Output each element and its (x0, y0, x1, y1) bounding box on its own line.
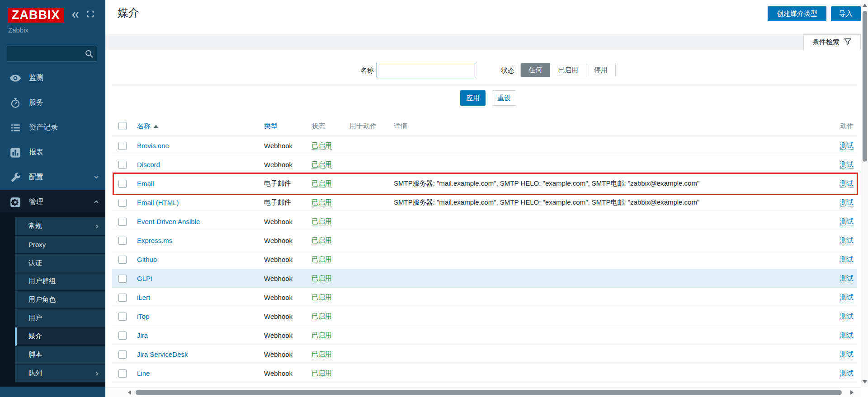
media-type-name-link[interactable]: iTop (137, 313, 150, 320)
sort-ascending-icon (154, 125, 158, 128)
submenu-item-authentication[interactable]: 认证 (15, 254, 105, 272)
sidebar-item-services[interactable]: 服务 (0, 90, 105, 115)
row-checkbox[interactable] (118, 142, 127, 150)
test-link[interactable]: 测试 (840, 274, 854, 282)
row-checkbox[interactable] (118, 313, 127, 321)
import-button[interactable]: 导入 (831, 6, 861, 21)
status-enabled-link[interactable]: 已启用 (311, 198, 332, 206)
test-link[interactable]: 测试 (840, 369, 854, 377)
media-type-name-link[interactable]: Jira (137, 332, 148, 339)
row-checkbox[interactable] (118, 199, 127, 207)
submenu-item-label: 用户角色 (28, 295, 56, 304)
status-option-disabled[interactable]: 停用 (586, 63, 615, 77)
test-link[interactable]: 测试 (840, 331, 854, 339)
submenu-item-user-groups[interactable]: 用户群组 (15, 272, 105, 291)
name-filter-input[interactable] (377, 63, 475, 77)
test-link[interactable]: 测试 (840, 179, 854, 187)
sidebar-item-label: 监测 (29, 73, 43, 83)
horizontal-scrollbar-thumb[interactable] (136, 390, 842, 395)
row-checkbox[interactable] (118, 350, 127, 359)
test-link[interactable]: 测试 (840, 350, 854, 358)
column-header-type[interactable]: 类型 (264, 122, 278, 130)
media-type-name-link[interactable]: Brevis.one (137, 142, 169, 149)
table-row: Email电子邮件已启用SMTP服务器: "mail.example.com",… (112, 174, 857, 193)
create-media-type-button[interactable]: 创建媒介类型 (768, 6, 826, 21)
media-type-name-link[interactable]: Discord (137, 161, 160, 168)
row-checkbox[interactable] (118, 218, 127, 226)
sidebar-item-administration[interactable]: 管理 (0, 190, 105, 215)
row-checkbox[interactable] (118, 294, 127, 302)
scroll-right-arrow[interactable] (850, 390, 854, 395)
status-enabled-link[interactable]: 已启用 (311, 160, 332, 168)
status-enabled-link[interactable]: 已启用 (311, 331, 332, 339)
search-input[interactable] (7, 46, 97, 61)
test-link-cell: 测试 (823, 160, 857, 169)
column-header-name[interactable]: 名称 (137, 122, 151, 130)
test-link[interactable]: 测试 (840, 255, 854, 263)
sidebar-collapse-icon[interactable] (71, 10, 80, 22)
status-option-enabled[interactable]: 已启用 (550, 63, 586, 77)
sidebar-item-inventory[interactable]: 资产记录 (0, 115, 105, 140)
table-row: Jira ServiceDeskWebhook已启用测试 (112, 345, 857, 364)
test-link[interactable]: 测试 (840, 312, 854, 320)
reset-button[interactable]: 重设 (492, 90, 516, 106)
table-row: iTopWebhook已启用测试 (112, 307, 857, 326)
test-link[interactable]: 测试 (840, 217, 854, 225)
row-checkbox[interactable] (118, 275, 127, 283)
row-checkbox[interactable] (118, 237, 127, 245)
row-checkbox[interactable] (118, 161, 127, 169)
test-link[interactable]: 测试 (840, 160, 854, 168)
media-type-name-link[interactable]: Github (137, 256, 157, 263)
scroll-up-arrow[interactable] (863, 4, 867, 7)
media-type-name-link-cell: Brevis.one (137, 142, 264, 149)
status-enabled-link[interactable]: 已启用 (311, 293, 332, 301)
status-option-any[interactable]: 任何 (521, 63, 550, 77)
media-type-name-link[interactable]: Express.ms (137, 237, 172, 244)
submenu-item-users[interactable]: 用户 (15, 309, 105, 327)
submenu-item-proxy[interactable]: Proxy (15, 236, 105, 254)
scroll-down-arrow[interactable] (863, 380, 867, 383)
row-checkbox[interactable] (118, 180, 127, 188)
name-filter-label: 名称 (360, 66, 374, 75)
test-link[interactable]: 测试 (840, 236, 854, 244)
sidebar-pin-icon[interactable] (86, 10, 94, 20)
submenu-item-user-roles[interactable]: 用户角色 (15, 291, 105, 309)
status-enabled-link[interactable]: 已启用 (311, 255, 332, 263)
submenu-item-queue[interactable]: 队列 (15, 364, 105, 383)
media-type-name-link[interactable]: Jira ServiceDesk (137, 350, 188, 358)
submenu-item-scripts[interactable]: 脚本 (15, 346, 105, 364)
sidebar-item-reports[interactable]: 报表 (0, 140, 105, 165)
row-checkbox[interactable] (118, 369, 127, 378)
apply-button[interactable]: 应用 (460, 90, 486, 106)
select-all-checkbox[interactable] (118, 122, 127, 130)
status-enabled-link[interactable]: 已启用 (311, 350, 332, 358)
sidebar-item-configuration[interactable]: 配置 (0, 165, 105, 190)
scroll-left-arrow[interactable] (128, 390, 131, 395)
test-link[interactable]: 测试 (840, 293, 854, 301)
status-enabled-link[interactable]: 已启用 (311, 236, 332, 244)
status-enabled-link[interactable]: 已启用 (311, 217, 332, 225)
status-enabled-link[interactable]: 已启用 (311, 369, 332, 377)
submenu-item-media-types[interactable]: 媒介 (15, 327, 105, 346)
media-type-name-link[interactable]: Email (HTML) (137, 199, 179, 206)
media-type-name-link[interactable]: Email (137, 180, 154, 187)
filter-tab[interactable]: 条件检索 (803, 34, 861, 50)
test-link[interactable]: 测试 (840, 198, 854, 206)
row-checkbox[interactable] (118, 332, 127, 340)
media-type-name-link[interactable]: iLert (137, 294, 150, 301)
media-type-name-link[interactable]: Event-Driven Ansible (137, 218, 200, 225)
status-enabled-link[interactable]: 已启用 (311, 141, 332, 149)
status-enabled-link[interactable]: 已启用 (311, 312, 332, 320)
sidebar-item-monitoring[interactable]: 监测 (0, 65, 105, 90)
vertical-scrollbar[interactable] (861, 0, 868, 387)
row-checkbox[interactable] (118, 256, 127, 264)
media-type-name-link[interactable]: Line (137, 369, 150, 377)
media-type-name-link[interactable]: GLPi (137, 275, 152, 282)
submenu-item-general[interactable]: 常规 (15, 217, 105, 236)
media-type-type: 电子邮件 (264, 198, 311, 207)
status-enabled-link[interactable]: 已启用 (311, 274, 332, 282)
status-enabled-link[interactable]: 已启用 (311, 179, 332, 187)
test-link[interactable]: 测试 (840, 141, 854, 149)
horizontal-scrollbar[interactable] (105, 388, 861, 397)
vertical-scrollbar-thumb[interactable] (863, 11, 867, 162)
